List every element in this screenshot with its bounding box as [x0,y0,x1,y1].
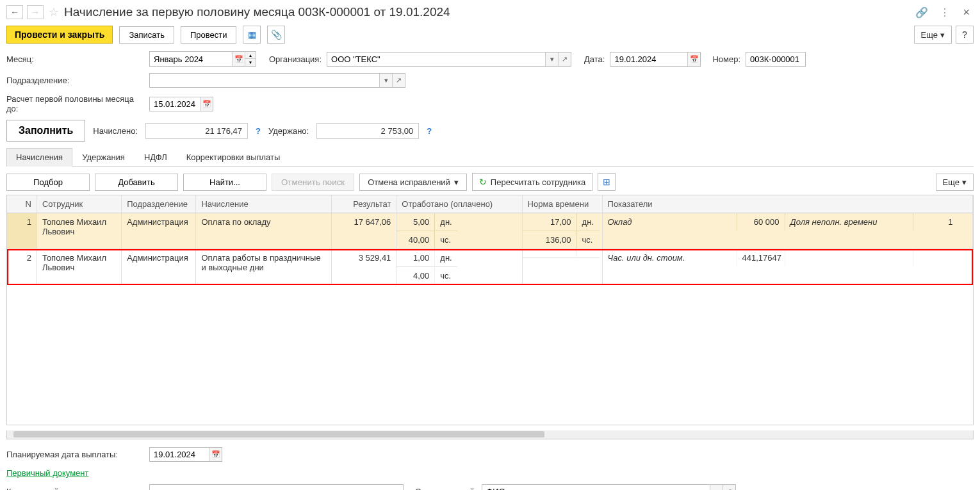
cell-norm-days-unit: дн. [577,213,600,231]
help-button[interactable]: ? [956,26,974,44]
comment-input[interactable] [150,485,403,490]
calc-till-input[interactable] [150,97,200,111]
window-title: Начисление за первую половину месяца 003… [64,5,909,19]
col-result: Результат [332,195,396,213]
date-input[interactable] [610,53,687,66]
chevron-down-icon: ▾ [962,177,967,187]
calc-till-calendar-button[interactable]: 📅 [200,97,213,111]
cell-worked-hours-unit: чс. [435,231,457,249]
more-label: Еще [921,30,938,40]
cell-worked-days: 5,00 [396,213,435,231]
table-more-button[interactable]: Еще▾ [936,174,974,191]
cell-indicator2-value: 1 [913,213,958,231]
accrued-value: 21 176,47 [145,123,248,139]
cell-accrual: Оплата работы в праздничные и выходные д… [196,249,332,285]
cell-employee: Тополев Михаил Львович [37,249,121,285]
cell-result: 3 529,41 [332,249,396,285]
date-calendar-button[interactable]: 📅 [687,53,700,66]
tab-withholdings[interactable]: Удержания [72,148,135,166]
report-icon-button[interactable]: ▦ [243,26,261,44]
more-vertical-icon[interactable]: ⋮ [937,6,952,19]
tab-accruals[interactable]: Начисления [6,148,72,167]
cell-norm-hours-unit: чс. [577,231,600,249]
cell-employee: Тополев Михаил Львович [37,213,121,249]
org-input[interactable] [327,53,545,66]
table-row[interactable]: 2 Тополев Михаил Львович Администрация О… [7,249,973,285]
cell-indicator2-value [913,249,958,266]
post-and-close-button[interactable]: Провести и закрыть [6,26,113,44]
tab-ndfl[interactable]: НДФЛ [135,148,177,166]
month-calendar-button[interactable]: 📅 [232,52,245,66]
comment-label: Комментарий: [6,487,144,490]
date-label: Дата: [584,54,605,64]
org-dropdown-button[interactable]: ▾ [545,53,558,66]
cell-worked-hours: 4,00 [396,267,435,284]
accrued-label: Начислено: [93,126,138,136]
tab-payout-corrections[interactable]: Корректировки выплаты [177,148,290,166]
cell-norm-days: 17,00 [523,213,577,231]
dept-open-button[interactable]: ↗ [392,74,405,87]
cell-worked-days: 1,00 [396,249,435,267]
pick-button[interactable]: Подбор [6,174,90,191]
primary-document-link[interactable]: Первичный документ [6,468,88,478]
post-button[interactable]: Провести [181,26,237,44]
table-horizontal-scrollbar[interactable] [6,430,974,439]
favorite-star-icon[interactable]: ☆ [47,6,60,19]
col-accrual: Начисление [196,195,332,213]
cell-department: Администрация [122,249,196,285]
more-button[interactable]: Еще▾ [914,26,952,44]
attachment-icon-button[interactable]: 📎 [267,26,285,44]
responsible-dropdown-button[interactable]: ▾ [710,485,723,490]
withheld-value: 2 753,00 [316,123,419,139]
cancel-fixes-label: Отмена исправлений [368,177,450,187]
find-button[interactable]: Найти... [183,174,266,191]
save-button[interactable]: Записать [119,26,174,44]
cell-department: Администрация [122,213,196,249]
col-worked: Отработано (оплачено) [396,195,522,213]
org-open-button[interactable]: ↗ [558,53,571,66]
fill-button[interactable]: Заполнить [6,120,85,142]
accruals-table[interactable]: N Сотрудник Подразделение Начисление Рез… [6,195,974,425]
cell-worked-days-unit: дн. [435,213,457,231]
config-columns-button[interactable]: ⊞ [598,173,616,191]
cell-accrual: Оплата по окладу [196,213,332,249]
responsible-open-button[interactable]: ↗ [723,485,735,490]
close-button[interactable]: × [959,6,974,19]
nav-back-button[interactable]: ← [6,5,23,19]
dept-label: Подразделение: [6,76,144,85]
month-up-button[interactable]: ▴ [245,52,256,59]
cell-n: 1 [7,213,37,249]
refresh-icon: ↻ [479,177,487,187]
planned-date-input[interactable] [150,448,209,461]
table-more-label: Еще [943,177,960,187]
planned-date-calendar-button[interactable]: 📅 [209,448,222,461]
nav-forward-button: → [27,5,44,19]
number-input[interactable] [746,53,805,66]
month-input[interactable] [150,52,232,66]
number-label: Номер: [712,54,740,64]
cell-indicator2-name: Доля неполн. времени [785,213,913,231]
cell-indicator-name: Час. или дн. стоим. [603,249,737,266]
cell-norm-days-unit [577,249,600,257]
cell-indicator2-name [785,249,913,266]
planned-date-label: Планируемая дата выплаты: [6,450,144,459]
recalc-employee-button[interactable]: ↻Пересчитать сотрудника [472,173,592,191]
dept-dropdown-button[interactable]: ▾ [379,74,392,87]
link-icon[interactable]: 🔗 [913,6,931,19]
recalc-label: Пересчитать сотрудника [491,177,585,187]
accrued-help-icon[interactable]: ? [256,126,261,136]
cell-indicator-value: 60 000 [737,213,785,231]
cell-result: 17 647,06 [332,213,396,249]
month-down-button[interactable]: ▾ [245,59,256,66]
withheld-help-icon[interactable]: ? [427,126,432,136]
cancel-fixes-button[interactable]: Отмена исправлений▾ [359,174,467,191]
dept-input[interactable] [150,74,379,87]
cell-worked-days-unit: дн. [435,249,457,267]
cell-worked-hours-unit: чс. [435,267,457,284]
cell-indicator-value: 441,17647 [737,249,785,266]
table-row[interactable]: 1 Тополев Михаил Львович Администрация О… [7,213,973,249]
add-button[interactable]: Добавить [95,174,178,191]
responsible-input[interactable] [482,485,710,490]
responsible-label: Ответственный: [415,487,477,490]
col-indicators: Показатели [602,195,972,213]
